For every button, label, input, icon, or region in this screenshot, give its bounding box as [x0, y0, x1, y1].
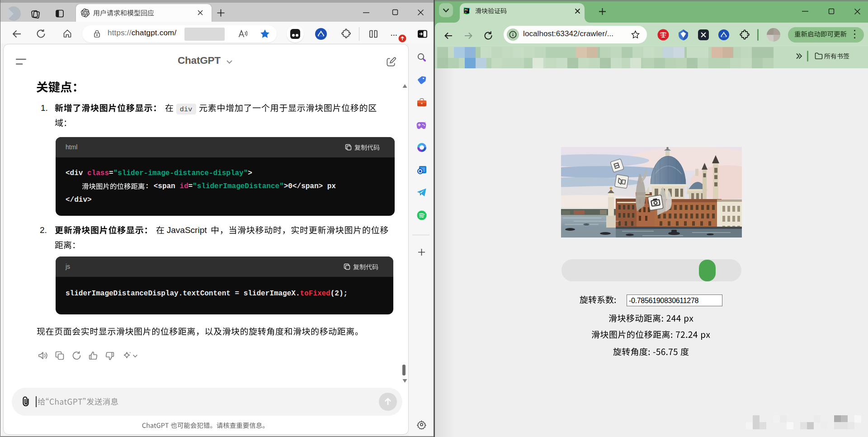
svg-text:PC: PC — [465, 9, 468, 11]
